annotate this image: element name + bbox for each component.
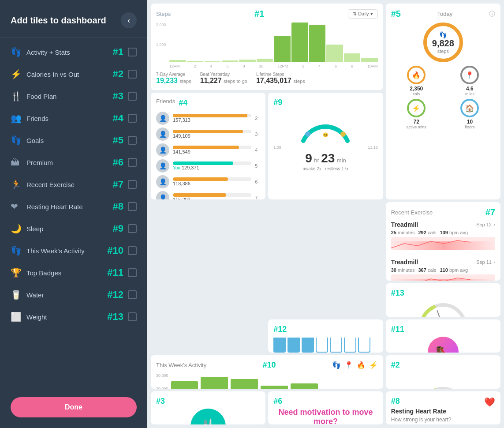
weight-icon: ⬜ <box>11 312 26 322</box>
rhr-tile: #8 ❤️ Resting Heart Rate How strong is y… <box>386 391 500 425</box>
friends-checkbox[interactable] <box>128 114 137 123</box>
goals-label: Goals <box>26 137 97 144</box>
resting-heart-rate-icon: ❤ <box>11 201 26 212</box>
sidebar-item-friends[interactable]: 👥 Friends #4 <box>0 107 147 129</box>
today-steps-val: 9,828 <box>432 38 454 49</box>
sidebar-item-weight[interactable]: ⬜ Weight #13 <box>0 306 147 328</box>
friend-avatar: 👤 <box>156 175 169 188</box>
sidebar-item-sleep[interactable]: 🌙 Sleep #9 <box>0 218 147 240</box>
sidebar-header: Add tiles to dashboard ‹ <box>0 0 147 38</box>
sleep-hr-unit: hr <box>314 157 319 164</box>
re-cals-0: 292 <box>418 230 426 235</box>
active-icon-circle: ⚡ <box>407 99 426 117</box>
sidebar-item-this-weeks-activity[interactable]: 👣 This Week's Activity #10 <box>0 240 147 262</box>
today-number: #5 <box>391 9 401 19</box>
rhr-heart-icon: ❤️ <box>484 397 495 407</box>
recent-exercise-tile: Recent Exercise #7 Treadmill Sep 12 › 25… <box>386 202 500 281</box>
activity-stats-checkbox[interactable] <box>128 48 137 56</box>
steps-bar-8 <box>309 25 326 62</box>
floors-icon-circle: 🏠 <box>460 99 479 117</box>
friend-rank: 3 <box>255 131 260 137</box>
steps-bar-2 <box>204 61 221 62</box>
sleep-awake: awake 2x <box>303 166 321 171</box>
water-number: #12 <box>97 289 123 300</box>
weight-checkbox[interactable] <box>128 312 137 321</box>
sidebar-item-activity-stats[interactable]: 👣 Activity + Stats #1 <box>0 41 147 63</box>
sidebar-item-top-badges[interactable]: 🏆 Top Badges #11 <box>0 262 147 284</box>
premium-icon: 🏔 <box>11 158 26 168</box>
re-item-0: Treadmill Sep 12 › 25 minutes 292 cals 1… <box>391 221 495 254</box>
today-metric-cals: 🔥 2,350 cals <box>391 66 442 96</box>
water-checkbox[interactable] <box>128 290 137 299</box>
steps-number: #1 <box>254 9 264 19</box>
back-button[interactable]: ‹ <box>121 12 137 28</box>
friend-steps: 141,549 <box>173 149 251 154</box>
sidebar-item-calories-in-out[interactable]: ⚡ Calories In vs Out #2 <box>0 63 147 85</box>
svg-point-1 <box>340 131 346 137</box>
sidebar-item-food-plan[interactable]: 🍴 Food Plan #3 <box>0 85 147 107</box>
steps-daily-btn[interactable]: ⇅ Daily ▾ <box>348 9 378 19</box>
top-badges-number: #11 <box>97 267 123 278</box>
activity-stats-number: #1 <box>97 46 123 58</box>
calories-in-out-icon: ⚡ <box>11 69 26 79</box>
re-items: Treadmill Sep 12 › 25 minutes 292 cals 1… <box>391 221 495 281</box>
re-bpm-1: 110 <box>440 267 448 273</box>
cals-number: #2 <box>391 360 400 370</box>
friend-steps: 115,203 <box>173 197 251 199</box>
active-unit: active mins <box>407 125 426 129</box>
water-glass-6 <box>344 338 356 353</box>
calories-in-out-checkbox[interactable] <box>128 70 137 79</box>
calories-in-out-number: #2 <box>97 68 123 80</box>
cals-icon-circle: 🔥 <box>407 66 426 84</box>
badges-number: #11 <box>391 325 404 334</box>
rhr-title: Resting Heart Rate <box>391 408 495 415</box>
weight-tile: #13 13.7 lbs to go <box>386 283 500 317</box>
activity-day-TUE: TUE <box>201 377 228 389</box>
done-button[interactable]: Done <box>11 397 137 417</box>
re-chevron-1: › <box>493 259 495 265</box>
steps-bar-1 <box>187 61 204 62</box>
rhr-sub: How strong is your heart? <box>391 417 495 423</box>
floors-val: 10 <box>467 119 473 125</box>
activity-day-FRI: FRI <box>291 383 318 389</box>
water-glass-4 <box>316 338 328 353</box>
steps-tile: Steps #1 ⇅ Daily ▾ 2,000 1,000 12AM24681… <box>151 4 383 90</box>
this-weeks-activity-checkbox[interactable] <box>128 246 137 255</box>
steps-bar-6 <box>274 36 291 62</box>
steps-bar-9 <box>326 45 343 62</box>
re-cals-1: 367 <box>418 267 426 273</box>
weight-number: #13 <box>391 289 404 298</box>
miles-unit: miles <box>465 92 474 96</box>
sidebar-item-recent-exercise[interactable]: 🏃 Recent Exercise #7 <box>0 173 147 195</box>
recent-exercise-checkbox[interactable] <box>128 180 137 189</box>
act-y-30k: 30,000 <box>156 373 168 378</box>
this-weeks-activity-label: This Week's Activity <box>26 247 97 255</box>
sleep-checkbox[interactable] <box>128 224 137 233</box>
friend-bar-bg <box>173 177 251 181</box>
dashboard: Steps #1 ⇅ Daily ▾ 2,000 1,000 12AM24681… <box>147 0 504 428</box>
goals-number: #5 <box>97 135 123 146</box>
sidebar-item-resting-heart-rate[interactable]: ❤ Resting Heart Rate #8 <box>0 195 147 218</box>
steps-bar-7 <box>291 23 308 62</box>
goals-checkbox[interactable] <box>128 136 137 145</box>
re-title: Recent Exercise <box>391 209 433 216</box>
friend-bar <box>173 114 247 117</box>
friend-bar <box>173 193 226 197</box>
sidebar-item-premium[interactable]: 🏔 Premium #6 <box>0 151 147 173</box>
activity-stats-label: Activity + Stats <box>26 49 97 56</box>
premium-checkbox[interactable] <box>128 158 137 167</box>
water-tile: #12 37 oz left to drink <box>268 319 383 353</box>
premium-number: #6 <box>97 157 123 168</box>
premium-label: Premium <box>26 159 97 166</box>
sidebar-item-water[interactable]: 🥛 Water #12 <box>0 284 147 306</box>
friends-icon: 👥 <box>11 113 26 124</box>
resting-heart-rate-checkbox[interactable] <box>128 202 137 211</box>
recent-exercise-icon: 🏃 <box>11 179 26 190</box>
friend-bar-wrap: 115,203 <box>173 193 251 199</box>
friend-bar-wrap: 141,549 <box>173 146 251 154</box>
food-plan-checkbox[interactable] <box>128 92 137 101</box>
top-badges-checkbox[interactable] <box>128 268 137 277</box>
sidebar-item-goals[interactable]: 👣 Goals #5 <box>0 129 147 151</box>
friend-bar-wrap: 118,386 <box>173 177 251 186</box>
friend-rank: 5 <box>255 163 260 169</box>
